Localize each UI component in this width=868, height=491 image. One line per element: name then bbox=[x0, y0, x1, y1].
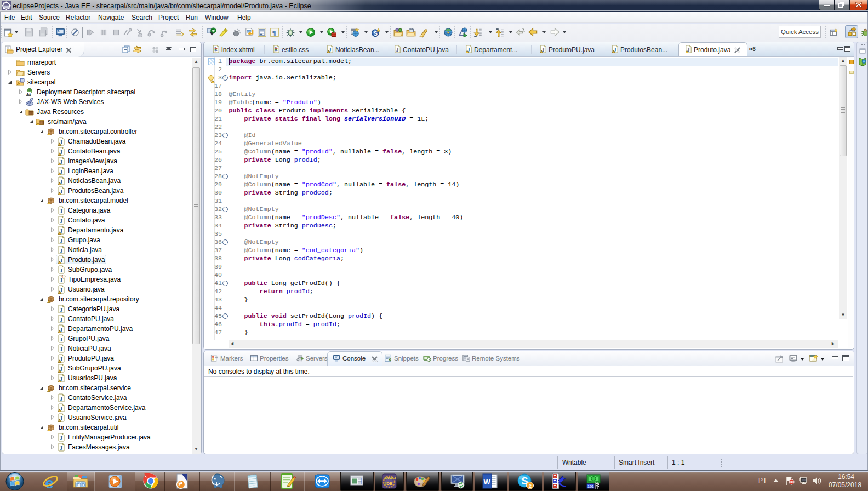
svg-text:2: 2 bbox=[529, 483, 532, 489]
svg-text:Java EE: Java EE bbox=[384, 476, 398, 481]
svg-text:101: 101 bbox=[587, 484, 594, 488]
svg-text:S: S bbox=[374, 30, 378, 37]
svg-text:IDE: IDE bbox=[385, 481, 393, 486]
svg-text:¶: ¶ bbox=[272, 28, 276, 37]
svg-text:W: W bbox=[484, 478, 491, 486]
